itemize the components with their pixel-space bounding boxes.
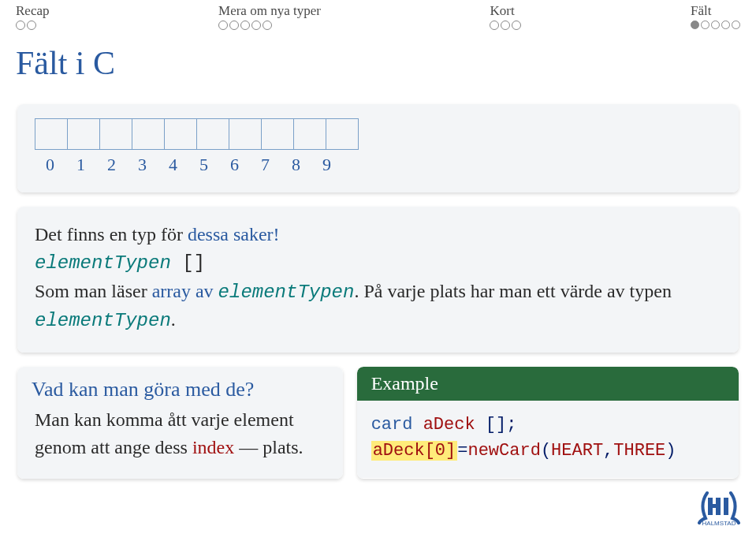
example-body: card aDeck []; aDeck[0]=newCard(HEART,TH…: [357, 401, 739, 478]
text-emph: index: [192, 437, 234, 457]
nav-label: Kort: [490, 3, 514, 19]
text: .: [171, 309, 176, 330]
array-cell: [164, 118, 197, 150]
code-sym: =: [457, 441, 467, 461]
code-sym: (: [541, 441, 551, 461]
nav-dots: [691, 21, 740, 29]
dot-icon: [229, 21, 239, 30]
dot-icon: [490, 21, 499, 30]
nav-item-kort: Kort: [490, 3, 521, 30]
type-explain-box: Det finns en typ för dessa saker! elemen…: [17, 207, 739, 353]
array-cell: [229, 118, 262, 150]
progress-nav: Recap Mera om nya typer Kort Fält: [0, 0, 756, 30]
text: . På varje plats har man ett värde av ty…: [354, 281, 672, 301]
dot-icon: [16, 21, 25, 30]
nav-item-recap: Recap: [16, 3, 49, 30]
dot-icon: [721, 21, 730, 29]
array-index: 0: [35, 155, 65, 175]
code-ident: THREE: [613, 441, 665, 461]
array-index: 3: [127, 155, 158, 175]
dot-icon: [691, 21, 699, 29]
example-box: Example card aDeck []; aDeck[0]=newCard(…: [357, 367, 739, 479]
nav-item-falt: Fält: [691, 3, 740, 30]
array-cell: [261, 118, 294, 150]
page-title: Fält i C: [0, 30, 756, 104]
array-cell: [132, 118, 165, 150]
code-ident: HEART: [551, 441, 603, 461]
code-highlight: aDeck[0]: [371, 441, 458, 461]
code-keyword: card: [371, 415, 413, 435]
nav-label: Recap: [16, 3, 49, 19]
code-ident: aDeck: [412, 415, 485, 435]
text: Det finns en typ för: [35, 224, 188, 245]
array-cell: [67, 118, 100, 150]
text: Som man läser: [35, 281, 152, 301]
nav-label: Mera om nya typer: [218, 3, 321, 19]
array-cell: [326, 118, 359, 150]
text: — plats.: [234, 437, 303, 457]
array-box: 0 1 2 3 4 5 6 7 8 9: [17, 104, 739, 192]
dot-icon: [512, 21, 521, 30]
nav-item-mera: Mera om nya typer: [218, 3, 321, 30]
array-index: 5: [188, 155, 219, 175]
array-index: 6: [219, 155, 250, 175]
array-index: 9: [311, 155, 342, 175]
array-cell: [196, 118, 229, 150]
array-cell: [99, 118, 132, 150]
text-code: elementTypen: [35, 252, 171, 274]
array-index: 7: [250, 155, 281, 175]
dot-icon: [701, 21, 709, 29]
array-cells: [35, 118, 721, 150]
nav-dots: [490, 21, 521, 30]
lower-row: Vad kan man göra med de? Man kan komma å…: [17, 367, 739, 493]
nav-dots: [16, 21, 36, 30]
array-index: 2: [96, 155, 127, 175]
code-sym: ,: [603, 441, 613, 461]
array-indices: 0 1 2 3 4 5 6 7 8 9: [35, 155, 721, 175]
text-code: []: [171, 252, 205, 274]
dot-icon: [251, 21, 261, 30]
content-area: 0 1 2 3 4 5 6 7 8 9 Det finns en typ för…: [0, 104, 756, 493]
array-cell: [35, 118, 68, 150]
example-header: Example: [357, 367, 739, 401]
dot-icon: [27, 21, 36, 30]
text-code: elementTypen: [35, 310, 171, 331]
array-cell: [293, 118, 326, 150]
halmstad-logo-icon: HALMSTAD: [698, 488, 740, 531]
dot-icon: [240, 21, 250, 30]
text-emph: array av: [152, 281, 218, 301]
svg-text:HALMSTAD: HALMSTAD: [702, 520, 736, 527]
array-index: 1: [65, 155, 96, 175]
dot-icon: [732, 21, 740, 29]
code-ident: newCard: [467, 441, 540, 461]
question-header: Vad kan man göra med de?: [17, 367, 343, 401]
text-code: elementTypen: [218, 282, 355, 303]
code-sym: ): [665, 441, 676, 461]
nav-label: Fält: [691, 3, 711, 19]
array-index: 4: [158, 155, 188, 175]
dot-icon: [218, 21, 228, 30]
svg-rect-2: [724, 498, 728, 515]
code-sym: [];: [486, 415, 517, 435]
dot-icon: [263, 21, 272, 30]
dot-icon: [711, 21, 720, 29]
svg-rect-3: [708, 504, 721, 508]
array-index: 8: [281, 155, 311, 175]
text-emph: dessa saker!: [188, 224, 280, 245]
question-box: Vad kan man göra med de? Man kan komma å…: [17, 367, 343, 479]
nav-dots: [218, 21, 272, 30]
dot-icon: [501, 21, 510, 30]
